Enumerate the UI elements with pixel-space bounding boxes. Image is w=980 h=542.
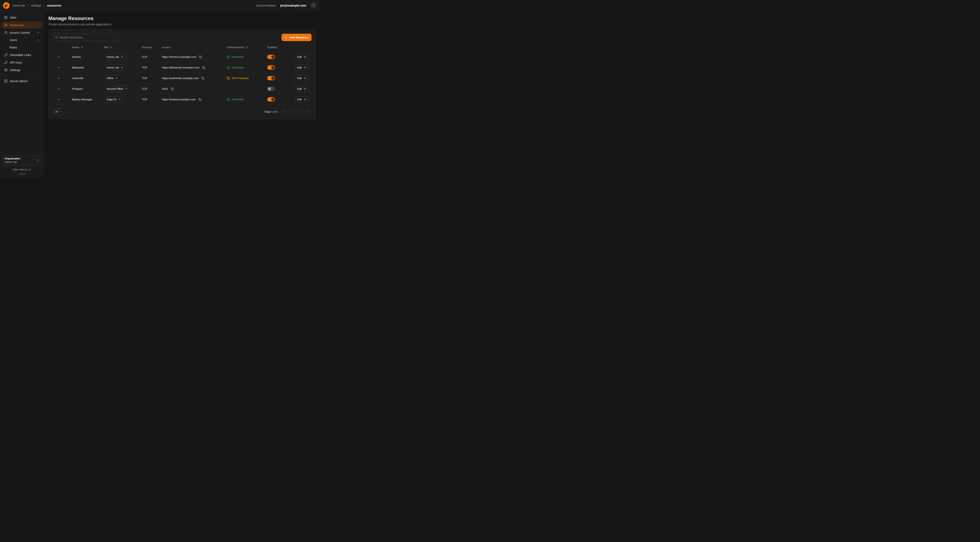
row-menu-button[interactable] [56,86,61,91]
auth-label: Protected [232,56,243,59]
pagination: 20 Page 1 of 1 [53,108,312,115]
sidebar-item-settings[interactable]: Settings [2,67,42,73]
arrow-up-right-icon [121,67,123,69]
column-label: Enabled [267,46,277,49]
first-page-button[interactable] [282,109,288,115]
site-link-button[interactable]: Home Lab [103,64,126,71]
sidebar-item-roles[interactable]: Roles [2,44,42,51]
column-header-authentication[interactable]: Authentication [227,46,267,49]
sidebar-item-sites[interactable]: Sites [2,14,42,21]
column-header-site[interactable]: Site [103,46,142,49]
site-link-button[interactable]: Second Office [103,86,130,92]
table-row: Battery Manager Edge 01 TCP https://batt… [53,94,312,105]
toolbar: Add Resource [53,34,312,41]
resource-name: Bitwarden [72,66,103,69]
column-header-protocol: Protocol [142,46,162,49]
protocol: TCP [142,77,162,80]
copy-button[interactable] [198,55,202,59]
sidebar-item-access-control[interactable]: Access Control [2,29,42,36]
open-source-label: Open Source [13,168,27,171]
documentation-link[interactable]: Documentation [256,4,277,7]
site-name: Home Lab [107,66,119,69]
column-label: Access [162,46,171,49]
copy-button[interactable] [170,87,175,91]
add-resource-label: Add Resource [290,36,308,39]
column-header-name[interactable]: Name [72,46,103,49]
table-header: Name Site Protocol Access Authentication [53,43,312,52]
sidebar-divider [0,75,44,76]
access-url: https://immich.example.com [162,56,196,59]
sidebar-item-users[interactable]: Users [2,37,42,43]
row-menu-button[interactable] [56,76,61,81]
sidebar-item-server-admin[interactable]: Server Admin [2,78,42,84]
chevron-right-icon [299,110,302,113]
sidebar-item-api-keys[interactable]: API Keys [2,59,42,66]
enabled-toggle[interactable] [267,97,275,102]
copy-icon [171,88,174,90]
site-link-button[interactable]: Home Lab [103,54,126,60]
access-url: https://bitwarden.example.com [162,66,199,69]
auth-cell: Not Protected [227,77,267,80]
site-name: Office [107,77,114,80]
open-source-link[interactable]: Open Source [2,168,42,171]
sidebar-item-resources[interactable]: Resources [2,21,42,29]
sidebar-item-label: Resources [10,24,24,27]
last-page-button[interactable] [305,109,312,115]
shield-check-icon [227,98,230,101]
search-input[interactable] [53,34,120,41]
chevron-down-icon [37,31,40,34]
arrow-right-icon [304,66,306,69]
sidebar-item-label: Shareable Links [10,53,31,57]
enabled-toggle[interactable] [267,55,275,59]
link-icon [4,53,8,57]
breadcrumb-org[interactable]: home-lab [13,4,25,7]
auth-label: Protected [232,66,243,69]
breadcrumb-settings[interactable]: settings [31,4,41,7]
page-size-select[interactable]: 20 [53,108,65,115]
server-icon [4,79,8,83]
site-name: Second Office [107,87,123,90]
row-menu-button[interactable] [56,54,61,59]
auth-label: Protected [232,98,243,101]
enabled-toggle[interactable] [267,87,275,91]
org-selector[interactable]: Organization Home Lab [2,155,42,165]
access-url: https://authentik.example.com [162,77,199,80]
app-logo-icon[interactable] [3,2,10,9]
chevrons-left-icon [284,110,286,113]
copy-button[interactable] [201,76,205,80]
enabled-toggle[interactable] [267,65,275,70]
org-selector-title: Organization [5,157,35,160]
add-resource-button[interactable]: Add Resource [282,34,312,41]
copy-button[interactable] [202,65,206,70]
edit-button[interactable]: Edit [294,64,309,71]
table-row: Postgres Second Office TCP 5432 - Edit [53,84,312,94]
resource-name: Battery Manager [72,98,103,101]
row-menu-button[interactable] [56,65,61,70]
edit-button[interactable]: Edit [294,86,309,92]
edit-button[interactable]: Edit [294,96,309,103]
users-icon [4,31,8,34]
chevron-left-icon [291,110,294,113]
sidebar-item-label: API Keys [10,61,22,64]
arrow-right-icon [304,56,306,58]
enabled-toggle[interactable] [267,76,275,80]
avatar[interactable]: J [310,2,317,9]
site-link-button[interactable]: Edge 01 [103,96,124,103]
edit-button[interactable]: Edit [294,75,309,81]
edit-label: Edit [297,66,302,69]
sidebar-item-label: Access Control [10,31,30,34]
sidebar-item-shareable-links[interactable]: Shareable Links [2,51,42,59]
site-link-button[interactable]: Office [103,75,121,81]
row-menu-button[interactable] [56,97,61,102]
copy-button[interactable] [198,97,202,102]
prev-page-button[interactable] [290,109,296,115]
protocol: TCP [142,66,162,69]
chevrons-up-down-icon [36,159,39,162]
waypoints-icon [4,23,8,27]
user-email[interactable]: joe@example.com [280,4,306,7]
edit-label: Edit [297,77,302,80]
copy-icon [199,98,201,101]
edit-button[interactable]: Edit [294,54,309,60]
table-row: Immich Home Lab TCP https://immich.examp… [53,52,312,62]
next-page-button[interactable] [298,109,304,115]
